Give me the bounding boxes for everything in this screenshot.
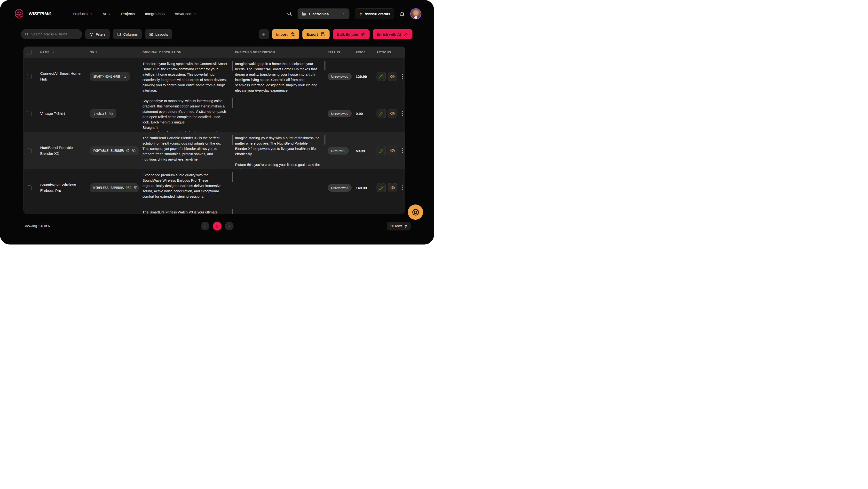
enriched-description-cell[interactable]: Imagine waking up in a home that anticip… xyxy=(235,58,328,95)
header-name[interactable]: NAME xyxy=(40,51,90,54)
original-description: Transform your living space with the Con… xyxy=(143,61,228,93)
header-sku[interactable]: SKU xyxy=(90,51,143,54)
row-menu-button[interactable] xyxy=(400,147,405,154)
enriched-description-cell[interactable] xyxy=(235,169,328,206)
product-name: SoundWave Wireless Earbuds Pro xyxy=(40,182,90,194)
sku-chip[interactable]: PORTABLE-BLENDER-X2 xyxy=(90,146,138,155)
cell-scrollbar[interactable] xyxy=(232,98,233,108)
bell-icon xyxy=(399,11,405,17)
row-checkbox[interactable] xyxy=(27,185,32,191)
import-box-icon xyxy=(290,32,295,37)
pagination: 1 xyxy=(200,222,234,230)
cell-scrollbar[interactable] xyxy=(232,172,233,182)
enriched-description: Imagine starting your day with a burst o… xyxy=(235,135,320,169)
rows-per-page-select[interactable]: 50 rows xyxy=(387,222,410,230)
header-enriched-description[interactable]: ENRICHED DESCRIPTION xyxy=(235,51,328,54)
nav-ai[interactable]: AI xyxy=(102,12,111,16)
copy-icon[interactable] xyxy=(123,75,126,78)
sku-chip[interactable]: WIRELESS-EARBUDS-PRO xyxy=(90,183,138,192)
view-button[interactable] xyxy=(388,183,397,192)
product-name: Vintage T-Shirt xyxy=(40,111,70,116)
original-description-cell[interactable]: Say goodbye to monotony: with its intere… xyxy=(143,95,235,132)
cell-scrollbar[interactable] xyxy=(324,135,326,145)
nav-integrations[interactable]: Integrations xyxy=(145,12,164,16)
nav-products[interactable]: Products xyxy=(73,12,92,16)
header-price-label: PRICE xyxy=(356,51,366,54)
notifications-button[interactable] xyxy=(399,11,405,17)
cell-scrollbar[interactable] xyxy=(232,209,233,214)
filters-button[interactable]: Filters xyxy=(85,29,110,39)
main-nav: Products AI Projects Integrations Advanc… xyxy=(73,12,196,16)
enrich-with-ai-button[interactable]: Enrich with AI xyxy=(373,29,412,39)
nav-projects[interactable]: Projects xyxy=(121,12,135,16)
sku-value: t-shirt xyxy=(93,112,106,115)
original-description-cell[interactable]: Experience premium audio quality with th… xyxy=(143,169,235,206)
view-button[interactable] xyxy=(388,72,397,81)
enrich-ai-label: Enrich with AI xyxy=(377,32,401,36)
nav-advanced-label: Advanced xyxy=(175,12,191,16)
credits-badge[interactable]: 999998 credits xyxy=(355,8,394,19)
select-arrows-icon xyxy=(405,224,407,228)
row-checkbox[interactable] xyxy=(27,148,32,153)
header-original-description[interactable]: ORIGINAL DESCRIPTION xyxy=(143,51,235,54)
table-row: SoundWave Wireless Earbuds Pro WIRELESS-… xyxy=(24,169,405,206)
cell-scrollbar[interactable] xyxy=(324,61,326,70)
product-name: NutriBlend Portable Blender X2 xyxy=(40,145,90,156)
export-button[interactable]: Export xyxy=(303,29,330,39)
view-button[interactable] xyxy=(388,146,397,155)
help-button[interactable] xyxy=(408,204,423,220)
eye-icon xyxy=(390,74,395,79)
cell-scrollbar[interactable] xyxy=(232,61,233,70)
row-checkbox[interactable] xyxy=(27,74,32,79)
enriched-description-cell[interactable] xyxy=(235,95,328,132)
avatar[interactable] xyxy=(410,8,422,20)
view-button[interactable] xyxy=(388,109,397,118)
edit-button[interactable] xyxy=(377,146,386,155)
global-search-button[interactable] xyxy=(287,11,292,17)
sku-chip[interactable]: t-shirt xyxy=(90,109,116,118)
top-navbar: WISEPIM® Products AI Projects Integratio… xyxy=(0,0,434,28)
page-1-button[interactable]: 1 xyxy=(213,222,221,230)
header-price[interactable]: PRICE xyxy=(356,51,377,54)
row-menu-button[interactable] xyxy=(400,73,405,80)
header-status[interactable]: STATUS xyxy=(328,51,356,54)
next-page-button[interactable] xyxy=(225,222,234,230)
edit-button[interactable] xyxy=(377,109,386,118)
import-button[interactable]: Import xyxy=(272,29,299,39)
nav-advanced[interactable]: Advanced xyxy=(175,12,196,16)
filters-label: Filters xyxy=(96,32,106,36)
row-checkbox[interactable] xyxy=(27,111,32,116)
copy-icon[interactable] xyxy=(134,186,138,190)
workspace-select[interactable]: Electronics xyxy=(298,8,349,19)
edit-button[interactable] xyxy=(377,72,386,81)
original-description: Say goodbye to monotony: with its intere… xyxy=(143,98,228,132)
chevron-down-icon xyxy=(89,12,92,16)
sku-value: SMART-HOME-HUB xyxy=(93,75,120,78)
search-box[interactable] xyxy=(21,29,82,39)
original-description-cell[interactable]: Transform your living space with the Con… xyxy=(143,58,235,95)
select-all-checkbox[interactable] xyxy=(27,50,32,55)
import-label: Import xyxy=(276,32,288,36)
brand[interactable]: WISEPIM® xyxy=(13,8,51,20)
enriched-description-cell[interactable] xyxy=(235,206,328,214)
cell-scrollbar[interactable] xyxy=(232,135,233,145)
bulk-editing-button[interactable]: Bulk Editing xyxy=(333,29,370,39)
layouts-button[interactable]: Layouts xyxy=(145,29,172,39)
price-value: 59.99 xyxy=(356,149,365,153)
row-menu-button[interactable] xyxy=(400,184,405,192)
previous-page-button[interactable] xyxy=(200,222,209,230)
row-menu-button[interactable] xyxy=(400,110,405,117)
edit-button[interactable] xyxy=(377,183,386,192)
search-input[interactable] xyxy=(31,32,78,36)
pencil-icon xyxy=(379,185,383,190)
price-value: 129.99 xyxy=(356,75,367,79)
original-description-cell[interactable]: The SmartLife Fitness Watch V3 is your u… xyxy=(143,206,235,214)
copy-icon[interactable] xyxy=(109,112,113,115)
add-product-button[interactable] xyxy=(259,29,269,39)
original-description-cell[interactable]: The NutriBlend Portable Blender X2 is th… xyxy=(143,132,235,169)
copy-icon[interactable] xyxy=(132,149,136,152)
enriched-description-cell[interactable]: Imagine starting your day with a burst o… xyxy=(235,132,328,169)
sku-chip[interactable]: SMART-HOME-HUB xyxy=(90,72,130,81)
export-label: Export xyxy=(307,32,318,36)
columns-button[interactable]: Columns xyxy=(113,29,142,39)
